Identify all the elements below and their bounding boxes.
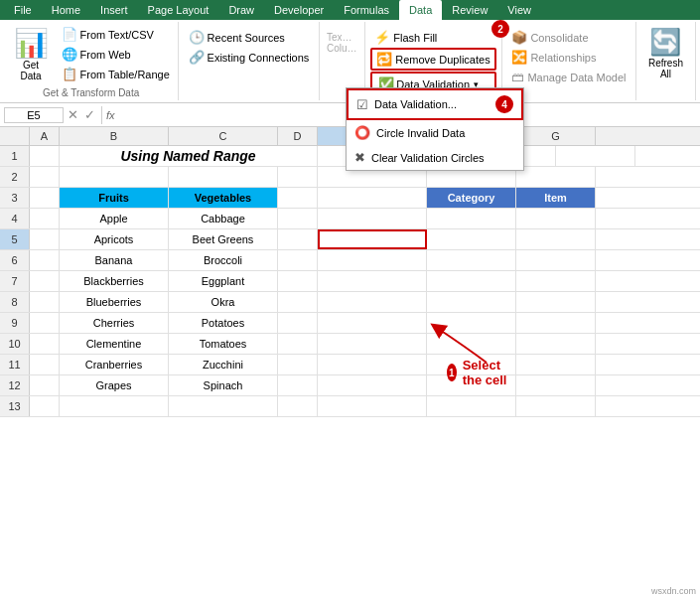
cell-f6[interactable] (427, 250, 516, 270)
cancel-formula-icon[interactable]: ✕ (68, 107, 78, 122)
cell-f10[interactable] (427, 334, 516, 354)
cell-d6[interactable] (278, 250, 318, 270)
cell-d7[interactable] (278, 271, 318, 291)
cell-c9[interactable]: Potatoes (169, 313, 278, 333)
cell-a12[interactable] (30, 375, 60, 395)
cell-b2[interactable] (60, 167, 169, 187)
cell-d13[interactable] (278, 396, 318, 416)
cell-b5-apricots[interactable]: Apricots (60, 229, 169, 249)
cell-c11[interactable]: Zucchini (169, 355, 278, 374)
cell-f5[interactable] (427, 229, 516, 249)
from-text-csv-button[interactable]: 📄 From Text/CSV (58, 25, 174, 44)
cell-f11[interactable] (427, 355, 516, 374)
cell-c12[interactable]: Spinach (169, 375, 278, 395)
cell-e11[interactable] (318, 355, 427, 374)
cell-d12[interactable] (278, 375, 318, 395)
cell-d3[interactable] (278, 188, 318, 208)
cell-a1[interactable] (30, 146, 60, 166)
cell-f9[interactable] (427, 313, 516, 333)
cell-e12[interactable] (318, 375, 427, 395)
ribbon-tab-file[interactable]: File (4, 0, 42, 20)
cell-b13[interactable] (60, 396, 169, 416)
cell-a13[interactable] (30, 396, 60, 416)
cell-a8[interactable] (30, 292, 60, 312)
cell-e9[interactable] (318, 313, 427, 333)
cell-e4[interactable] (318, 209, 427, 228)
cell-e8[interactable] (318, 292, 427, 312)
cell-g1[interactable] (556, 146, 635, 166)
cell-d8[interactable] (278, 292, 318, 312)
col-header-g[interactable]: G (516, 127, 596, 145)
from-table-button[interactable]: 📋 From Table/Range (58, 65, 174, 83)
cell-a2[interactable] (30, 167, 60, 187)
ribbon-tab-view[interactable]: View (497, 0, 541, 20)
cell-reference-box[interactable] (4, 107, 64, 123)
ribbon-tab-insert[interactable]: Insert (90, 0, 138, 20)
cell-a7[interactable] (30, 271, 60, 291)
col-header-d[interactable]: D (278, 127, 318, 145)
cell-d4[interactable] (278, 209, 318, 228)
cell-c5-beet[interactable]: Beet Greens (169, 229, 278, 249)
dv-option-circle[interactable]: ⭕ Circle Invalid Data (347, 120, 523, 145)
cell-g5[interactable] (516, 229, 596, 249)
refresh-all-button[interactable]: 🔄 RefreshAll (643, 24, 688, 82)
ribbon-tab-developer[interactable]: Developer (264, 0, 334, 20)
existing-connections-button[interactable]: 🔗 Existing Connections (185, 48, 314, 67)
cell-b7[interactable]: Blackberries (60, 271, 169, 291)
cell-a5[interactable] (30, 229, 60, 249)
cell-d9[interactable] (278, 313, 318, 333)
cell-c8[interactable]: Okra (169, 292, 278, 312)
cell-b4-apple[interactable]: Apple (60, 209, 169, 228)
cell-g7[interactable] (516, 271, 596, 291)
cell-e7[interactable] (318, 271, 427, 291)
cell-c6-broccoli[interactable]: Broccoli (169, 250, 278, 270)
cell-e3[interactable] (318, 188, 427, 208)
cell-b11[interactable]: Cranberries (60, 355, 169, 374)
cell-b12[interactable]: Grapes (60, 375, 169, 395)
cell-b10[interactable]: Clementine (60, 334, 169, 354)
cell-g8[interactable] (516, 292, 596, 312)
col-header-c[interactable]: C (169, 127, 278, 145)
cell-a11[interactable] (30, 355, 60, 374)
cell-c3-vegetables[interactable]: Vegetables (169, 188, 278, 208)
ribbon-tab-review[interactable]: Review (442, 0, 497, 20)
cell-g12[interactable] (516, 375, 596, 395)
from-web-button[interactable]: 🌐 From Web (58, 45, 174, 64)
remove-duplicates-button[interactable]: 🔁 Remove Duplicates (370, 48, 495, 71)
ribbon-tab-draw[interactable]: Draw (218, 0, 264, 20)
recent-sources-button[interactable]: 🕒 Recent Sources (185, 28, 314, 47)
cell-b6-banana[interactable]: Banana (60, 250, 169, 270)
ribbon-tab-data[interactable]: Data (399, 0, 442, 20)
cell-b3-fruits[interactable]: Fruits (60, 188, 169, 208)
get-data-button[interactable]: 📊 GetData (9, 24, 54, 84)
cell-g4[interactable] (516, 209, 596, 228)
cell-a4[interactable] (30, 209, 60, 228)
col-header-a[interactable]: A (30, 127, 60, 145)
cell-d2[interactable] (278, 167, 318, 187)
cell-e5-selected[interactable] (318, 229, 427, 249)
cell-f8[interactable] (427, 292, 516, 312)
cell-d5[interactable] (278, 229, 318, 249)
cell-g10[interactable] (516, 334, 596, 354)
cell-f4[interactable] (427, 209, 516, 228)
cell-e13[interactable] (318, 396, 427, 416)
cell-a10[interactable] (30, 334, 60, 354)
relationships-button[interactable]: 🔀 Relationships (507, 48, 630, 67)
manage-model-button[interactable]: 🗃 Manage Data Model (507, 68, 630, 86)
cell-c13[interactable] (169, 396, 278, 416)
cell-d11[interactable] (278, 355, 318, 374)
cell-a9[interactable] (30, 313, 60, 333)
cell-b8[interactable]: Blueberries (60, 292, 169, 312)
cell-b1[interactable]: Using Named Range (60, 146, 318, 166)
ribbon-tab-formulas[interactable]: Formulas (334, 0, 399, 20)
cell-f3-category[interactable]: Category (427, 188, 516, 208)
cell-g2[interactable] (516, 167, 596, 187)
dv-option-validate[interactable]: ☑ Data Validation... 4 (347, 88, 523, 120)
cell-g3-item[interactable]: Item (516, 188, 596, 208)
col-header-b[interactable]: B (60, 127, 169, 145)
cell-c7[interactable]: Eggplant (169, 271, 278, 291)
cell-g13[interactable] (516, 396, 596, 416)
ribbon-tab-home[interactable]: Home (42, 0, 90, 20)
cell-g6[interactable] (516, 250, 596, 270)
cell-e10[interactable] (318, 334, 427, 354)
